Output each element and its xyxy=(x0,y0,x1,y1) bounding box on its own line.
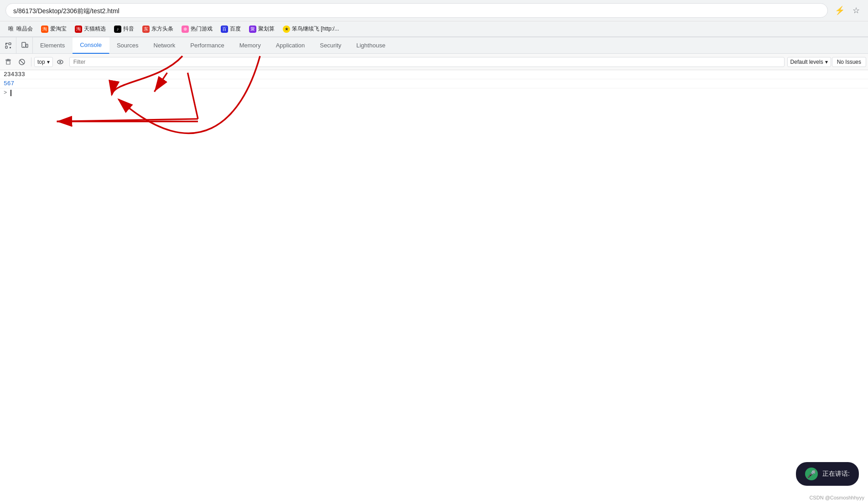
inspect-element-button[interactable] xyxy=(0,37,16,54)
bookmark-item-2[interactable]: 淘天猫精选 xyxy=(71,23,109,35)
bookmark-label-1: 爱淘宝 xyxy=(50,25,67,33)
annotation-arrows xyxy=(0,70,868,480)
bookmark-icon-5: ⊕ xyxy=(182,26,189,33)
bookmark-icon-8: ★ xyxy=(283,26,290,33)
speaking-widget: 🎤 正在讲话: xyxy=(796,462,859,486)
prompt-cursor xyxy=(10,90,11,96)
devtools-panel: ElementsConsoleSourcesNetworkPerformance… xyxy=(0,37,868,480)
tab-sources[interactable]: Sources xyxy=(109,37,146,54)
bookmark-icon-2: 淘 xyxy=(75,26,82,33)
bookmark-item-3[interactable]: ♪抖音 xyxy=(110,23,138,35)
tab-lighthouse[interactable]: Lighthouse xyxy=(349,37,393,54)
levels-dropdown[interactable]: Default levels ▾ xyxy=(787,57,831,67)
bookmark-icon-6: 百 xyxy=(221,26,228,33)
bookmark-label-0: 唯品会 xyxy=(16,25,33,33)
bookmark-item-4[interactable]: 东东方头条 xyxy=(139,23,177,35)
tab-elements[interactable]: Elements xyxy=(33,37,73,54)
microphone-icon: 🎤 xyxy=(805,468,818,480)
browser-chrome: s/86173/Desktop/2306前端/test2.html ⚡ ☆ 唯唯… xyxy=(0,0,868,37)
bookmark-icon-4: 东 xyxy=(142,26,150,33)
tab-network[interactable]: Network xyxy=(146,37,183,54)
bookmarks-bar: 唯唯品会淘爱淘宝淘天猫精选♪抖音东东方头条⊕热门游戏百百度聚聚划算★笨鸟继续飞 … xyxy=(0,21,868,36)
bookmark-label-5: 热门游戏 xyxy=(191,25,213,33)
svg-line-13 xyxy=(57,119,198,122)
bookmark-item-1[interactable]: 淘爱淘宝 xyxy=(37,23,70,35)
bookmark-label-7: 聚划算 xyxy=(258,25,275,33)
bookmark-item-0[interactable]: 唯唯品会 xyxy=(4,23,36,35)
bookmark-label-6: 百度 xyxy=(230,25,241,33)
tab-security[interactable]: Security xyxy=(312,37,349,54)
bookmark-icon-3: ♪ xyxy=(114,26,121,33)
svg-point-8 xyxy=(59,61,61,63)
block-button[interactable] xyxy=(16,56,28,68)
bookmark-icon-0: 唯 xyxy=(7,26,15,33)
speaking-label: 正在讲话: xyxy=(822,470,850,478)
console-line-1: 234333 xyxy=(0,70,868,79)
bookmark-label-2: 天猫精选 xyxy=(84,25,106,33)
svg-rect-1 xyxy=(9,43,11,45)
filter-input[interactable] xyxy=(69,57,785,67)
tab-application[interactable]: Application xyxy=(269,37,313,54)
bookmark-label-3: 抖音 xyxy=(123,25,134,33)
console-toolbar: top ▾ Default levels ▾ No Issues xyxy=(0,54,868,70)
svg-rect-3 xyxy=(26,44,28,47)
tab-performance[interactable]: Performance xyxy=(183,37,232,54)
bookmark-label-4: 东方头条 xyxy=(151,25,173,33)
issues-counter[interactable]: No Issues xyxy=(832,57,866,67)
clear-console-button[interactable] xyxy=(2,56,15,68)
address-bar: s/86173/Desktop/2306前端/test2.html ⚡ ☆ xyxy=(0,0,868,21)
context-selector[interactable]: top ▾ xyxy=(34,57,53,67)
browser-actions: ⚡ ☆ xyxy=(833,4,863,17)
svg-rect-0 xyxy=(5,46,7,48)
bookmark-item-6[interactable]: 百百度 xyxy=(217,23,244,35)
console-content: 234333 567 > xyxy=(0,70,868,480)
separator-1 xyxy=(31,57,31,67)
bookmark-icon-1: 淘 xyxy=(41,26,48,33)
tab-console[interactable]: Console xyxy=(73,37,109,54)
svg-point-4 xyxy=(23,46,24,47)
bookmark-button[interactable]: ☆ xyxy=(850,4,863,17)
bookmark-label-8: 笨鸟继续飞 [http:/... xyxy=(292,25,339,33)
lightning-button[interactable]: ⚡ xyxy=(833,4,846,17)
bookmark-item-7[interactable]: 聚聚划算 xyxy=(245,23,278,35)
console-output-1: 234333 xyxy=(4,71,25,78)
console-output-2: 567 xyxy=(4,80,14,87)
console-line-2: 567 xyxy=(0,79,868,88)
console-prompt[interactable]: > xyxy=(0,88,868,98)
tab-memory[interactable]: Memory xyxy=(232,37,269,54)
url-input[interactable]: s/86173/Desktop/2306前端/test2.html xyxy=(5,3,828,18)
svg-line-6 xyxy=(20,60,24,64)
bookmark-item-5[interactable]: ⊕热门游戏 xyxy=(178,23,216,35)
device-toolbar-button[interactable] xyxy=(16,37,33,54)
prompt-arrow-icon[interactable]: > xyxy=(4,90,7,96)
eye-button[interactable] xyxy=(54,56,67,68)
bookmark-item-8[interactable]: ★笨鸟继续飞 [http:/... xyxy=(279,23,343,35)
csdn-credit: CSDN @Cosmoshhhyyy xyxy=(809,495,864,500)
bookmark-icon-7: 聚 xyxy=(249,26,256,33)
devtools-tabs: ElementsConsoleSourcesNetworkPerformance… xyxy=(0,37,868,54)
